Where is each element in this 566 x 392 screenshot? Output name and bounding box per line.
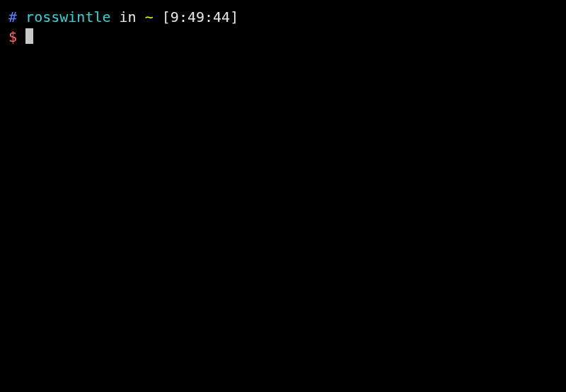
prompt-path: ~: [145, 8, 154, 25]
terminal-window[interactable]: # rosswintle in ~ [9:49:44] $: [8, 7, 558, 47]
prompt-username: rosswintle: [25, 8, 110, 25]
command-line[interactable]: $: [8, 27, 558, 47]
prompt-status-line: # rosswintle in ~ [9:49:44]: [8, 7, 558, 27]
cursor-icon: [25, 28, 33, 44]
prompt-in-word: in: [120, 8, 137, 25]
prompt-hash: #: [8, 8, 17, 25]
prompt-timestamp: [9:49:44]: [162, 8, 238, 25]
prompt-dollar: $: [8, 28, 17, 45]
